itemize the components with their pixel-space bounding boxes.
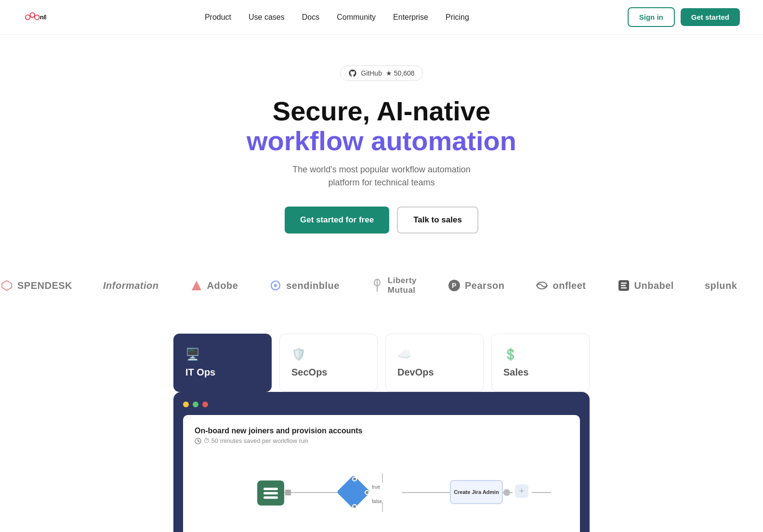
onfleet-icon <box>535 279 549 292</box>
github-badge[interactable]: GitHub ★ 50,608 <box>340 65 422 81</box>
hero-actions: Get started for free Talk to sales <box>23 207 740 234</box>
svg-marker-5 <box>192 281 201 290</box>
sales-label: Sales <box>503 367 528 377</box>
add-node-button[interactable]: + <box>515 484 528 498</box>
pearson-icon: P <box>447 279 461 292</box>
it-ops-label: IT Ops <box>185 367 215 377</box>
logos-track: SPENDESK Information Adobe sendinblue Li… <box>0 276 763 295</box>
splunk-label: splunk <box>705 280 737 291</box>
nav-product[interactable]: Product <box>205 13 231 21</box>
diamond-dot-bottom <box>352 504 357 509</box>
unbabel-label: Unbabel <box>634 280 674 291</box>
svg-text:P: P <box>452 282 456 289</box>
sales-icon: 💲 <box>503 348 578 361</box>
hero-section: GitHub ★ 50,608 Secure, AI-native workfl… <box>0 35 763 257</box>
tab-devops[interactable]: ☁️ DevOps <box>385 334 484 392</box>
github-label: GitHub <box>361 69 382 77</box>
cta-primary-button[interactable]: Get started for free <box>285 207 389 234</box>
workflow-demo: On-board new joiners and provision accou… <box>150 392 613 532</box>
dot-green <box>193 402 198 407</box>
nav-actions: Sign in Get started <box>628 7 740 27</box>
svg-point-7 <box>274 284 277 287</box>
liberty-mutual-label: LibertyMutual <box>388 276 417 295</box>
nav-docs[interactable]: Docs <box>302 13 319 21</box>
workflow-title: On-board new joiners and provision accou… <box>195 427 568 435</box>
github-stars: ★ 50,608 <box>386 69 415 77</box>
nav-links: Product Use cases Docs Community Enterpr… <box>205 13 469 22</box>
clock-icon <box>195 438 201 444</box>
hero-headline-line2: workflow automation <box>247 126 516 156</box>
tab-sales[interactable]: 💲 Sales <box>491 334 590 392</box>
svg-point-1 <box>30 13 35 17</box>
liberty-mutual-icon <box>370 279 384 292</box>
tabs-section: 🖥️ IT Ops 🛡️ SecOps ☁️ DevOps 💲 Sales <box>150 314 613 392</box>
hero-headline-line1: Secure, AI-native <box>273 96 490 126</box>
workflow-content: On-board new joiners and provision accou… <box>183 415 580 532</box>
false-label: false <box>372 499 382 504</box>
workflow-subtitle: ⏱ 50 minutes saved per workflow run <box>195 437 568 444</box>
nav-community[interactable]: Community <box>337 13 376 21</box>
jira-node-label: Create Jira Admin <box>454 489 499 495</box>
spendesk-label: SPENDESK <box>17 280 72 291</box>
workflow-canvas: true false Create Jira Admin + <box>195 454 568 531</box>
dot1 <box>285 490 291 495</box>
svg-text:n8n: n8n <box>40 13 46 20</box>
adobe-label: Adobe <box>207 280 238 291</box>
logo-unbabel: Unbabel <box>617 279 674 292</box>
svg-point-2 <box>35 15 39 20</box>
logo-splunk: splunk <box>705 280 737 291</box>
devops-icon: ☁️ <box>397 348 472 361</box>
workflow-window: On-board new joiners and provision accou… <box>173 392 590 532</box>
logo-adobe: Adobe <box>190 279 238 292</box>
logo-pearson: P Pearson <box>447 279 504 292</box>
unbabel-icon <box>617 279 631 292</box>
circle-connector <box>503 489 510 496</box>
hero-subtext: The world's most popular workflow automa… <box>23 163 740 189</box>
diamond-dot-right <box>365 490 369 495</box>
devops-label: DevOps <box>397 367 434 377</box>
logos-section: SPENDESK Information Adobe sendinblue Li… <box>0 257 763 314</box>
svg-marker-4 <box>2 281 12 290</box>
adobe-icon <box>190 279 203 292</box>
dot-yellow <box>183 402 189 407</box>
getstarted-nav-button[interactable]: Get started <box>681 8 740 26</box>
secops-icon: 🛡️ <box>291 348 366 361</box>
onfleet-label: onfleet <box>553 280 586 291</box>
svg-point-0 <box>26 15 30 20</box>
pearson-label: Pearson <box>465 280 504 291</box>
nav-enterprise[interactable]: Enterprise <box>393 13 428 21</box>
sendinblue-icon <box>269 279 282 292</box>
tab-secops[interactable]: 🛡️ SecOps <box>279 334 378 392</box>
sendinblue-label: sendinblue <box>286 280 340 291</box>
spendesk-icon <box>0 279 13 292</box>
router-node <box>257 480 284 506</box>
hero-headline: Secure, AI-native workflow automation <box>23 96 740 156</box>
logo-spendesk: SPENDESK <box>0 279 72 292</box>
logo-onfleet: onfleet <box>535 279 586 292</box>
secops-label: SecOps <box>291 367 327 377</box>
tabs-row: 🖥️ IT Ops 🛡️ SecOps ☁️ DevOps 💲 Sales <box>173 334 590 392</box>
tab-it-ops[interactable]: 🖥️ IT Ops <box>173 334 272 392</box>
nav-pricing[interactable]: Pricing <box>446 13 469 21</box>
jira-node: Create Jira Admin <box>450 480 503 504</box>
true-label: true <box>372 484 380 490</box>
logo[interactable]: n8n <box>23 10 46 25</box>
navbar: n8n Product Use cases Docs Community Ent… <box>0 0 763 35</box>
window-dots <box>183 402 580 407</box>
signin-button[interactable]: Sign in <box>628 7 675 27</box>
cta-secondary-button[interactable]: Talk to sales <box>397 207 478 234</box>
logo-information: Information <box>103 280 159 291</box>
nav-usecases[interactable]: Use cases <box>249 13 285 21</box>
logo-sendinblue: sendinblue <box>269 279 340 292</box>
it-ops-icon: 🖥️ <box>185 348 260 361</box>
information-label: Information <box>103 280 159 291</box>
workflow-connections <box>195 454 568 531</box>
dot-red <box>202 402 208 407</box>
workflow-title-bar: On-board new joiners and provision accou… <box>195 427 568 444</box>
github-icon <box>348 69 357 78</box>
logo-liberty-mutual: LibertyMutual <box>370 276 417 295</box>
